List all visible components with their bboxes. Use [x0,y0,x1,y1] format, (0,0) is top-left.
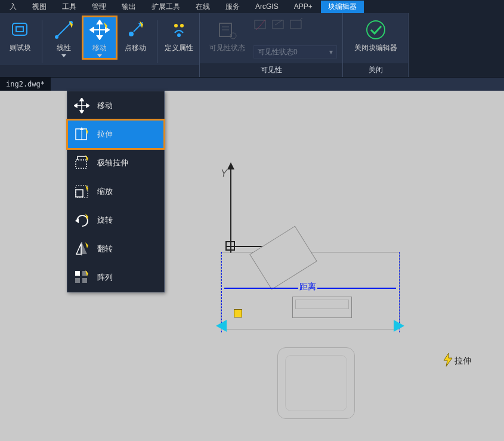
bolt-icon [443,353,453,368]
svg-rect-41 [75,271,80,276]
dropdown-item-move[interactable]: 移动 [67,91,164,120]
svg-marker-38 [76,243,81,254]
dropdown-item-stretch[interactable]: 拉伸 [67,120,164,149]
dropdown-item-array[interactable]: 阵列 [67,263,164,292]
ucs-origin-icon [225,241,235,251]
svg-marker-28 [80,110,84,113]
svg-rect-22 [273,20,283,29]
cursor-tooltip-text: 拉伸 [454,356,471,366]
svg-rect-0 [13,23,27,35]
linear-icon [52,18,76,42]
polar-stretch-icon [73,155,90,171]
vis-toggle-icon [253,18,268,32]
dropdown-item-label: 翻转 [97,243,113,254]
point-move-icon [123,18,147,42]
svg-rect-36 [76,186,88,198]
ribbon-group-visibility: 可见性状态 可见性状态0 ▾ 可见性 [200,13,343,77]
doc-tab-strip: ing2.dwg* [0,78,504,91]
move-label: 移动 [92,43,107,53]
array-icon [73,269,90,286]
svg-point-24 [367,21,385,39]
dropdown-item-label: 拉伸 [97,129,113,140]
chevron-down-icon [61,54,66,57]
chevron-down-icon: ▾ [329,48,333,56]
dropdown-item-label: 移动 [97,100,113,111]
linear-button[interactable]: 线性 [47,17,81,58]
menu-extend[interactable]: 扩展工具 [144,1,187,13]
menu-insert[interactable]: 入 [2,1,24,13]
menu-tools[interactable]: 工具 [55,1,84,13]
cursor-tooltip: 拉伸 [443,353,471,368]
keyboard-outline [292,297,352,318]
svg-marker-27 [80,98,84,101]
y-axis-label: Y [221,168,227,179]
ribbon-group-visibility-label: 可见性 [200,63,342,77]
visibility-state-combo: 可见性状态0 ▾ [253,45,337,58]
svg-point-14 [180,24,184,27]
svg-point-15 [177,33,181,37]
scale-icon [73,183,90,200]
dropdown-item-rotate[interactable]: 旋转 [67,206,164,235]
menu-manage[interactable]: 管理 [85,1,113,13]
svg-point-11 [129,32,134,36]
menu-view[interactable]: 视图 [25,1,54,13]
linear-label: 线性 [57,43,71,53]
menu-output[interactable]: 输出 [115,1,143,13]
point-move-button[interactable]: 点移动 [119,17,152,54]
doc-tab[interactable]: ing2.dwg* [0,78,51,91]
move-icon [88,18,112,42]
dropdown-item-label: 旋转 [97,215,113,226]
test-block-button[interactable]: 则试块 [4,17,37,54]
svg-rect-31 [76,129,86,140]
svg-line-2 [57,23,70,36]
menu-arcgis[interactable]: ArcGIS [248,1,286,12]
separator [157,20,157,63]
chevron-down-icon [97,54,102,57]
test-block-icon [8,18,32,42]
rotate-icon [73,212,90,229]
stretch-icon [73,126,90,143]
svg-point-13 [174,24,178,27]
dim-arrow-right-icon[interactable] [394,320,404,332]
distance-label: 距离 [298,282,317,292]
vis-show-icon [271,18,286,32]
move-icon [73,97,90,114]
dim-arrow-left-icon[interactable] [216,320,227,332]
move-button[interactable]: 移动 [83,17,116,58]
ribbon-group-label-empty [0,65,199,77]
menu-online[interactable]: 在线 [188,1,217,13]
dropdown-item-polar-stretch[interactable]: 极轴拉伸 [67,149,164,177]
vis-hide-icon [289,18,304,32]
menubar: 入 视图 工具 管理 输出 扩展工具 在线 服务 ArcGIS APP+ 块编辑… [0,0,504,13]
visibility-state-value: 可见性状态0 [258,47,298,57]
visibility-icon-row [253,18,337,32]
dropdown-item-label: 阵列 [97,272,113,283]
dropdown-item-flip[interactable]: 翻转 [67,235,164,263]
ribbon-group-actions: 则试块 线性 移动 点移动 [0,13,200,77]
menu-block-editor[interactable]: 块编辑器 [321,1,364,13]
move-dropdown: 移动 拉伸 极轴拉伸 缩放 旋转 [67,91,165,292]
menu-service[interactable]: 服务 [218,1,247,13]
test-block-label: 则试块 [10,43,31,53]
point-move-label: 点移动 [125,43,146,53]
menu-appplus[interactable]: APP+ [287,1,320,12]
visibility-state-button: 可见性状态 [203,17,251,54]
drawing-canvas[interactable]: 移动 拉伸 极轴拉伸 缩放 旋转 [0,91,504,441]
drawing-content: Y X 距离 [221,168,423,425]
dropdown-item-scale[interactable]: 缩放 [67,177,164,206]
dropdown-item-label: 极轴拉伸 [97,158,128,168]
ribbon: 则试块 线性 移动 点移动 [0,13,504,78]
svg-marker-9 [90,27,94,32]
svg-rect-44 [82,278,87,283]
svg-rect-34 [76,160,86,168]
flip-icon [73,240,90,257]
svg-rect-1 [16,27,23,32]
visibility-state-label: 可见性状态 [209,43,245,53]
close-block-editor-button[interactable]: 关闭块编辑器 [347,17,404,54]
chair-outline [277,347,355,419]
dropdown-item-label: 缩放 [97,186,113,197]
ribbon-filler [409,13,504,77]
svg-rect-43 [75,278,80,283]
parameter-marker-icon[interactable] [234,309,242,317]
define-attr-button[interactable]: 定义属性 [162,17,196,54]
